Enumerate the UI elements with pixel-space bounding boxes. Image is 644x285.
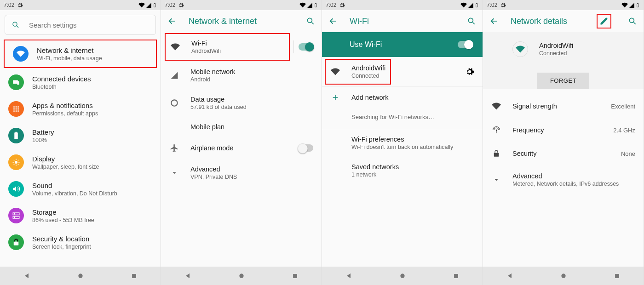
svg-line-24 <box>18 164 19 165</box>
wifi-icon <box>460 2 467 8</box>
svg-point-31 <box>78 274 82 278</box>
item-display[interactable]: DisplayWallpaper, sleep, font size <box>0 149 161 176</box>
nav-home-icon[interactable] <box>238 272 245 279</box>
item-storage[interactable]: Storage86% used - 553 MB free <box>0 202 161 229</box>
frequency-icon <box>492 125 501 135</box>
battery-icon <box>12 131 20 140</box>
svg-rect-35 <box>293 274 297 278</box>
nav-home-icon[interactable] <box>399 272 406 279</box>
nav-home-icon[interactable] <box>77 272 84 279</box>
nav-back-icon[interactable] <box>184 272 191 279</box>
row-wifi[interactable]: Wi-FiAndroidWifi <box>166 34 289 60</box>
gear-icon <box>17 2 23 8</box>
wifi-icon <box>299 2 306 8</box>
svg-point-36 <box>400 274 404 278</box>
lock-icon <box>492 149 500 158</box>
airplane-toggle[interactable] <box>299 144 313 152</box>
svg-point-12 <box>13 108 15 110</box>
row-mobile-network[interactable]: Mobile networkAndroid <box>161 62 322 89</box>
battery-icon <box>636 2 640 9</box>
use-wifi-bar[interactable]: Use Wi-Fi <box>322 32 483 57</box>
row-mobile-plan[interactable]: Mobile plan <box>161 117 322 137</box>
item-connected-devices[interactable]: Connected devicesBluetooth <box>0 69 161 96</box>
header: Network details <box>483 10 644 32</box>
storage-icon <box>12 211 20 220</box>
row-airplane-mode[interactable]: Airplane mode <box>161 137 322 159</box>
svg-point-16 <box>16 110 17 112</box>
svg-point-30 <box>14 217 15 218</box>
back-icon[interactable] <box>167 17 177 26</box>
svg-rect-8 <box>17 81 19 85</box>
wifi-icon <box>17 50 25 58</box>
svg-rect-37 <box>454 274 458 278</box>
svg-point-14 <box>17 108 19 110</box>
item-sound[interactable]: SoundVolume, vibration, Do Not Disturb <box>0 176 161 202</box>
wifi-screen: 7:02 Wi-Fi Use Wi-Fi AndroidWifiConnecte… <box>322 0 483 285</box>
row-advanced[interactable]: AdvancedVPN, Private DNS <box>161 159 322 187</box>
use-wifi-toggle[interactable] <box>458 41 472 48</box>
wifi-icon <box>516 45 525 54</box>
item-apps-notifications[interactable]: Apps & notificationsPermissions, default… <box>0 96 161 122</box>
svg-point-9 <box>13 106 15 108</box>
wifi-preferences[interactable]: Wi-Fi preferencesWi-Fi doesn't turn back… <box>322 129 483 157</box>
wifi-icon <box>171 42 180 51</box>
item-security-location[interactable]: Security & locationScreen lock, fingerpr… <box>0 229 161 256</box>
saved-networks[interactable]: Saved networks1 network <box>322 157 483 184</box>
nav-back-icon[interactable] <box>506 272 513 279</box>
wifi-icon <box>492 102 501 111</box>
search-settings[interactable] <box>5 15 156 35</box>
page-title: Network details <box>511 17 585 26</box>
gear-icon <box>339 2 345 8</box>
plus-icon <box>331 93 339 102</box>
wifi-toggle[interactable] <box>299 43 313 51</box>
airplane-icon <box>170 143 179 153</box>
nav-recent-icon[interactable] <box>131 273 138 279</box>
nav-back-icon[interactable] <box>345 272 352 279</box>
battery-icon <box>475 2 479 9</box>
edit-icon[interactable] <box>599 17 609 26</box>
nav-back-icon[interactable] <box>23 272 30 279</box>
battery-icon <box>314 2 318 9</box>
header: Network & internet <box>161 10 322 32</box>
nav-home-icon[interactable] <box>560 272 567 279</box>
search-icon[interactable] <box>467 17 476 26</box>
gear-icon <box>500 2 506 8</box>
signal-icon <box>170 71 178 80</box>
search-icon[interactable] <box>628 17 637 26</box>
search-icon[interactable] <box>306 17 315 26</box>
svg-point-29 <box>14 214 15 215</box>
svg-point-11 <box>17 106 19 108</box>
svg-line-26 <box>18 160 19 161</box>
row-advanced[interactable]: Advanced Metered, Network details, IPv6 … <box>483 165 644 194</box>
row-data-usage[interactable]: Data usage57.91 kB of data used <box>161 89 322 117</box>
svg-point-10 <box>16 106 17 108</box>
back-icon[interactable] <box>328 17 338 26</box>
signal-icon <box>307 2 313 8</box>
nav-recent-icon[interactable] <box>292 273 299 279</box>
sound-icon <box>12 185 20 193</box>
svg-point-13 <box>16 108 17 110</box>
network-summary: AndroidWifiConnected <box>483 32 644 66</box>
network-androidwifi[interactable]: AndroidWifiConnected <box>326 60 390 84</box>
network-settings-icon[interactable] <box>465 67 474 76</box>
svg-point-18 <box>15 161 17 164</box>
status-bar: 7:02 <box>0 0 161 10</box>
wifi-icon <box>621 2 628 8</box>
devices-icon <box>12 78 20 86</box>
search-input[interactable] <box>29 21 149 29</box>
item-battery[interactable]: Battery100% <box>0 122 161 149</box>
nav-recent-icon[interactable] <box>453 273 460 279</box>
item-network-internet[interactable]: Network & internetWi-Fi, mobile, data us… <box>5 40 156 67</box>
svg-line-25 <box>14 164 15 165</box>
svg-line-23 <box>14 160 15 161</box>
back-icon[interactable] <box>489 17 499 26</box>
battery-icon <box>153 2 157 9</box>
chevron-down-icon <box>170 169 178 177</box>
forget-button[interactable]: FORGET <box>537 73 589 89</box>
gear-icon <box>178 2 184 8</box>
svg-rect-32 <box>132 274 136 278</box>
brightness-icon <box>12 158 20 166</box>
add-network[interactable]: Add network <box>322 87 483 108</box>
nav-recent-icon[interactable] <box>614 273 621 279</box>
signal-icon <box>629 2 635 8</box>
